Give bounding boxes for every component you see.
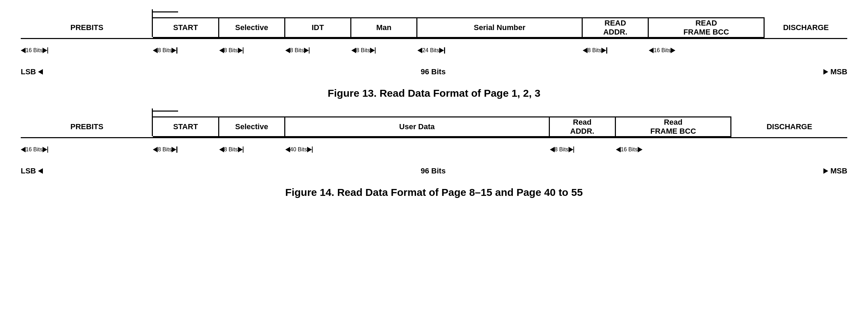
bits-8-14-3: 8 Bits <box>550 146 616 153</box>
field-man-13: Man <box>351 17 417 38</box>
bits96-row-14: LSB 96 Bits MSB <box>21 162 847 180</box>
field-serial-13: Serial Number <box>417 17 583 38</box>
bits-16-14-2: 16 Bits <box>616 146 732 153</box>
bits-40-14: 40 Bits <box>285 146 550 153</box>
bits-16-14-1: 16 Bits <box>21 146 153 153</box>
field-selective-14: Selective <box>219 116 285 137</box>
bits-8-1: 8 Bits <box>153 47 219 54</box>
bits-8-5: 8 Bits <box>583 47 649 54</box>
bits-row-14: 16 Bits 8 Bits 8 <box>21 141 847 158</box>
bits-row-13: 16 Bits 8 Bits 8 <box>21 42 847 59</box>
page-wrapper: PREBITS START Selective <box>21 10 847 209</box>
field-read-frame-bcc-13: READ FRAME BCC <box>649 17 765 38</box>
fields-row-13: PREBITS START Selective <box>21 10 847 38</box>
bits-8-4: 8 Bits <box>351 47 417 54</box>
field-prebits-14: PREBITS <box>21 116 153 137</box>
bits-16-2: 16 Bits <box>649 47 765 54</box>
msb-label-13: MSB <box>830 67 847 76</box>
bits-8-14-2: 8 Bits <box>219 146 285 153</box>
bits-8-2: 8 Bits <box>219 47 285 54</box>
field-discharge-13: DISCHARGE <box>765 17 847 38</box>
figure-13-caption: Figure 13. Read Data Format of Page 1, 2… <box>21 87 847 99</box>
hline-13 <box>21 38 847 39</box>
field-start-13: START <box>153 17 219 38</box>
hline-14 <box>21 137 847 138</box>
bits-16-1: 16 Bits <box>21 47 153 54</box>
field-read-addr-13: READ ADDR. <box>583 17 649 38</box>
field-user-data-14: User Data <box>285 116 550 137</box>
figure-13-diagram: PREBITS START Selective <box>21 10 847 80</box>
figure-14-caption: Figure 14. Read Data Format of Page 8–15… <box>21 187 847 198</box>
field-discharge-14: DISCHARGE <box>731 116 847 137</box>
figure-14-diagram: PREBITS START Selective User Data <box>21 110 847 180</box>
field-start-14: START <box>153 116 219 137</box>
field-prebits-13: PREBITS <box>21 17 153 38</box>
bits96-row-13: LSB 96 Bits MSB <box>21 63 847 80</box>
field-idt-13: IDT <box>285 17 351 38</box>
field-read-frame-bcc-14: Read FRAME BCC <box>616 116 732 137</box>
figure-14: PREBITS START Selective User Data <box>21 110 847 198</box>
fields-row-14: PREBITS START Selective User Data <box>21 110 847 137</box>
bits-24-1: 24 Bits <box>417 47 583 54</box>
msb-label-14: MSB <box>830 167 847 175</box>
bits-8-14-1: 8 Bits <box>153 146 219 153</box>
bits-8-3: 8 Bits <box>285 47 351 54</box>
field-read-addr-14: Read ADDR. <box>550 116 616 137</box>
lsb-label-14: LSB <box>21 167 36 175</box>
figure-13: PREBITS START Selective <box>21 10 847 99</box>
lsb-label-13: LSB <box>21 67 36 76</box>
field-selective-13: Selective <box>219 17 285 38</box>
